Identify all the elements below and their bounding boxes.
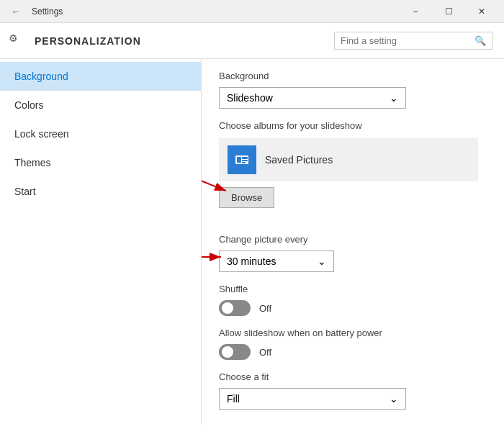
albums-label: Choose albums for your slideshow	[219, 120, 487, 131]
change-picture-section: 2 30 minutes ⌄	[219, 250, 487, 272]
battery-toggle[interactable]	[219, 344, 251, 360]
sidebar-item-lockscreen[interactable]: Lock screen	[0, 119, 201, 148]
sidebar: Background Colors Lock screen Themes Sta…	[0, 59, 202, 425]
main-layout: Background Colors Lock screen Themes Sta…	[0, 59, 504, 425]
sidebar-item-start[interactable]: Start	[0, 177, 201, 206]
search-box[interactable]: 🔍	[334, 32, 492, 50]
chevron-down-icon: ⌄	[318, 256, 326, 267]
maximize-button[interactable]: ☐	[432, 0, 465, 23]
app-header: ⚙ PERSONALIZATION 🔍	[0, 23, 504, 59]
title-bar-left: ← Settings	[6, 1, 63, 22]
background-dropdown[interactable]: Slideshow ⌄	[219, 87, 406, 109]
change-picture-dropdown[interactable]: 30 minutes ⌄	[219, 250, 334, 272]
back-button[interactable]: ←	[6, 1, 26, 22]
title-bar: ← Settings − ☐ ✕	[0, 0, 504, 23]
background-dropdown-value: Slideshow	[227, 92, 273, 104]
browse-button[interactable]: Browse	[219, 187, 274, 208]
search-input[interactable]	[341, 35, 470, 46]
fit-label: Choose a fit	[219, 371, 487, 382]
sidebar-item-label: Colors	[14, 99, 43, 111]
change-picture-label: Change picture every	[219, 234, 487, 245]
shuffle-toggle-track[interactable]	[219, 300, 251, 316]
svg-rect-1	[237, 157, 241, 163]
gear-icon: ⚙	[9, 32, 26, 50]
svg-rect-3	[242, 160, 248, 161]
sidebar-item-label: Themes	[14, 157, 51, 168]
browse-section: 1 Browse	[219, 187, 487, 222]
title-bar-controls: − ☐ ✕	[399, 0, 498, 23]
shuffle-label: Shuffle	[219, 284, 487, 294]
sidebar-item-background[interactable]: Background	[0, 62, 201, 91]
sidebar-item-label: Lock screen	[14, 128, 68, 140]
minimize-button[interactable]: −	[399, 0, 432, 23]
title-bar-title: Settings	[32, 6, 63, 17]
sidebar-item-label: Background	[14, 71, 68, 82]
app-title: PERSONALIZATION	[35, 35, 141, 47]
svg-rect-4	[242, 162, 246, 163]
shuffle-toggle-row: Off	[219, 300, 487, 316]
sidebar-item-colors[interactable]: Colors	[0, 91, 201, 119]
shuffle-toggle[interactable]	[219, 300, 251, 316]
content-area: Background Slideshow ⌄ Choose albums for…	[202, 59, 504, 425]
change-picture-dropdown-value: 30 minutes	[227, 256, 276, 267]
app-header-left: ⚙ PERSONALIZATION	[9, 32, 141, 50]
svg-rect-2	[242, 157, 248, 159]
battery-toggle-thumb	[222, 346, 233, 358]
battery-label: Allow slideshow when on battery power	[219, 328, 487, 338]
album-icon	[228, 145, 256, 174]
chevron-down-icon: ⌄	[390, 393, 398, 405]
shuffle-toggle-text: Off	[259, 303, 271, 314]
background-section-label: Background	[219, 71, 487, 81]
chevron-down-icon: ⌄	[390, 92, 398, 104]
album-item: Saved Pictures	[219, 138, 478, 181]
battery-toggle-track[interactable]	[219, 344, 251, 360]
battery-toggle-text: Off	[259, 347, 271, 358]
sidebar-item-themes[interactable]: Themes	[0, 148, 201, 177]
close-button[interactable]: ✕	[465, 0, 498, 23]
shuffle-toggle-thumb	[222, 302, 233, 314]
album-name: Saved Pictures	[265, 154, 333, 166]
battery-toggle-row: Off	[219, 344, 487, 360]
search-icon: 🔍	[474, 35, 486, 46]
fit-dropdown[interactable]: Fill ⌄	[219, 388, 406, 410]
sidebar-item-label: Start	[14, 186, 36, 197]
fit-dropdown-value: Fill	[227, 393, 240, 405]
